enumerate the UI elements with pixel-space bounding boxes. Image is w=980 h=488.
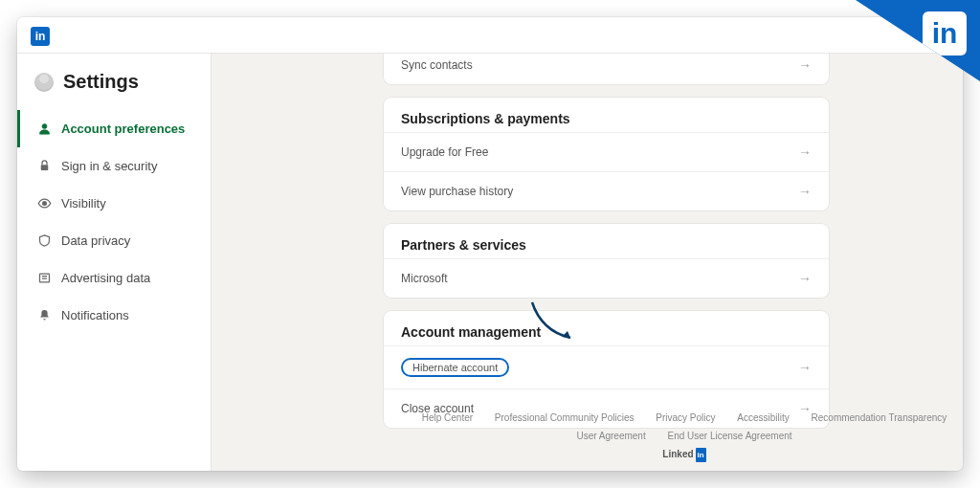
card-subscriptions-payments: Subscriptions & payments Upgrade for Fre… xyxy=(384,98,829,211)
chevron-right-icon: → xyxy=(798,271,812,286)
footer-link-recommendation[interactable]: Recommendation Transparency xyxy=(812,412,947,423)
footer-link-accessibility[interactable]: Accessibility xyxy=(737,412,789,423)
row-upgrade-free[interactable]: Upgrade for Free → xyxy=(384,132,829,171)
linkedin-logo-small-icon[interactable]: in xyxy=(31,27,50,46)
card-partners-services: Partners & services Microsoft → xyxy=(384,224,829,298)
footer-link-community[interactable]: Professional Community Policies xyxy=(495,412,635,423)
row-purchase-history[interactable]: View purchase history → xyxy=(384,171,829,211)
row-microsoft[interactable]: Microsoft → xyxy=(384,258,829,298)
topbar: in xyxy=(17,17,963,54)
card-title: Subscriptions & payments xyxy=(384,98,829,132)
sidebar-item-label: Account preferences xyxy=(61,122,185,136)
footer-brand-text: Linked xyxy=(662,449,693,459)
chevron-right-icon: → xyxy=(798,57,812,73)
sidebar-item-account-preferences[interactable]: Account preferences xyxy=(17,110,211,147)
row-hibernate-account[interactable]: Hibernate account → xyxy=(384,345,829,388)
sidebar-item-label: Visibility xyxy=(61,196,106,211)
window: in Settings Account preferences Sign in … xyxy=(17,17,963,471)
footer: Help Center Professional Community Polic… xyxy=(406,409,963,463)
avatar[interactable] xyxy=(34,73,54,92)
footer-link-help[interactable]: Help Center xyxy=(422,412,473,423)
newspaper-icon xyxy=(37,271,52,285)
sidebar: Settings Account preferences Sign in & s… xyxy=(17,54,212,471)
card-sync: Sync contacts → xyxy=(384,54,829,84)
footer-link-privacy[interactable]: Privacy Policy xyxy=(656,412,715,423)
linkedin-in-badge-icon: in xyxy=(696,448,706,462)
chevron-right-icon: → xyxy=(798,184,812,199)
main-content: Sync contacts → Subscriptions & payments… xyxy=(212,54,963,471)
svg-rect-1 xyxy=(41,165,49,170)
row-label: Microsoft xyxy=(401,272,448,285)
page-title: Settings xyxy=(63,71,139,93)
sidebar-item-notifications[interactable]: Notifications xyxy=(17,297,211,334)
row-label: Upgrade for Free xyxy=(401,145,488,159)
footer-brand: Linkedin xyxy=(406,445,963,463)
card-title: Partners & services xyxy=(384,224,829,258)
row-label: View purchase history xyxy=(401,185,513,198)
sidebar-item-data-privacy[interactable]: Data privacy xyxy=(17,222,211,259)
row-label-highlighted: Hibernate account xyxy=(401,358,509,377)
person-icon xyxy=(37,122,52,136)
sidebar-item-label: Advertising data xyxy=(61,271,150,285)
app-frame: in in Settings Account preferences Sign … xyxy=(0,0,980,488)
card-title: Account management xyxy=(384,311,829,345)
footer-link-eula[interactable]: End User License Agreement xyxy=(667,431,791,441)
sidebar-item-advertising-data[interactable]: Advertising data xyxy=(17,259,211,297)
chevron-right-icon: → xyxy=(798,144,812,160)
svg-point-0 xyxy=(42,124,47,129)
svg-point-2 xyxy=(43,202,47,206)
eye-icon xyxy=(37,196,52,211)
sidebar-item-label: Sign in & security xyxy=(61,159,157,173)
footer-link-user-agreement[interactable]: User Agreement xyxy=(576,431,645,441)
lock-icon xyxy=(37,159,52,173)
sidebar-item-sign-in-security[interactable]: Sign in & security xyxy=(17,147,211,185)
settings-header: Settings xyxy=(17,54,211,104)
row-sync-contacts[interactable]: Sync contacts → xyxy=(384,54,829,84)
sidebar-item-visibility[interactable]: Visibility xyxy=(17,185,211,222)
chevron-right-icon: → xyxy=(798,360,812,375)
sidebar-item-label: Notifications xyxy=(61,308,129,322)
bell-icon xyxy=(37,308,52,322)
row-label: Sync contacts xyxy=(401,58,473,72)
shield-icon xyxy=(37,233,52,248)
sidebar-nav: Account preferences Sign in & security V… xyxy=(17,104,211,334)
sidebar-item-label: Data privacy xyxy=(61,233,130,248)
